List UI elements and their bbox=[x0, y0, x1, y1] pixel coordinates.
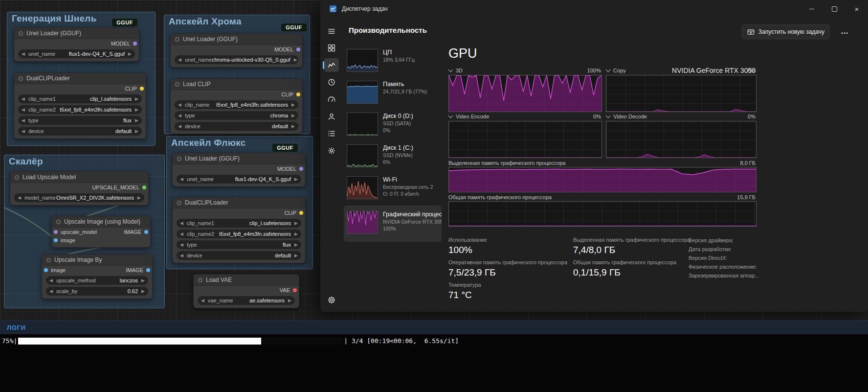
vae-output-slot[interactable] bbox=[293, 288, 297, 292]
right-arrow-icon[interactable]: ▶ bbox=[291, 103, 295, 107]
widget-unet-name[interactable]: ◀unet_nameflux1-dev-Q4_K_S.gguf▶ bbox=[177, 175, 301, 184]
clip-output-slot[interactable] bbox=[299, 211, 303, 215]
right-arrow-icon[interactable]: ▶ bbox=[141, 289, 145, 294]
right-arrow-icon[interactable]: ▶ bbox=[294, 243, 298, 247]
left-arrow-icon[interactable]: ◀ bbox=[22, 129, 25, 134]
minimize-button[interactable] bbox=[801, 0, 823, 18]
widget-unet-name[interactable]: ◀unet_nameflux1-dev-Q4_K_S.gguf▶ bbox=[18, 49, 135, 58]
node-dualclip-loader-flux[interactable]: DualCLIPLoader CLIP ◀clip_name1clip_l.sa… bbox=[172, 197, 306, 263]
left-arrow-icon[interactable]: ◀ bbox=[180, 232, 183, 236]
chart-header-video-encode[interactable]: Video Encode0% bbox=[448, 113, 601, 120]
run-new-task-button[interactable]: Запустить новую задачу bbox=[742, 24, 830, 39]
right-arrow-icon[interactable]: ▶ bbox=[128, 52, 132, 56]
left-arrow-icon[interactable]: ◀ bbox=[180, 254, 183, 258]
close-button[interactable]: × bbox=[846, 0, 868, 18]
widget-model-name[interactable]: ◀model_nameOmniSR_X2_DIV2K.safetensors▶ bbox=[14, 193, 144, 202]
node-load-vae[interactable]: Load VAE VAE ◀vae_nameae.safetensors▶ bbox=[193, 274, 299, 308]
perf-item-wifi[interactable]: Wi-FiБеспроводная сеть 2О: 0 П: 0 кбит/с bbox=[344, 174, 442, 199]
collapse-dot[interactable] bbox=[175, 37, 179, 42]
left-arrow-icon[interactable]: ◀ bbox=[201, 299, 204, 303]
node-header[interactable]: Unet Loader (GGUF) bbox=[14, 28, 139, 39]
chart-header-video-decode[interactable]: Video Decode0% bbox=[606, 113, 756, 120]
node-upscale-image-using-model[interactable]: Upscale Image (using Model) upscale_mode… bbox=[51, 216, 151, 248]
node-header[interactable]: Load CLIP bbox=[171, 79, 302, 90]
collapse-dot[interactable] bbox=[19, 76, 23, 81]
right-arrow-icon[interactable]: ▶ bbox=[294, 232, 298, 236]
widget-type[interactable]: ◀typeflux▶ bbox=[18, 116, 142, 125]
upscale-model-input-slot[interactable] bbox=[54, 230, 58, 234]
widget-upscale-method[interactable]: ◀upscale_methodlanczos▶ bbox=[46, 276, 148, 285]
right-arrow-icon[interactable]: ▶ bbox=[294, 221, 298, 226]
right-arrow-icon[interactable]: ▶ bbox=[135, 108, 138, 112]
chart-header-3d[interactable]: 3D100% bbox=[448, 67, 601, 74]
right-arrow-icon[interactable]: ▶ bbox=[135, 129, 138, 134]
right-arrow-icon[interactable]: ▶ bbox=[141, 278, 145, 283]
image-output-slot[interactable] bbox=[146, 268, 150, 272]
image-input-slot[interactable] bbox=[54, 238, 58, 242]
left-arrow-icon[interactable]: ◀ bbox=[22, 52, 25, 56]
widget-type[interactable]: ◀typeflux▶ bbox=[177, 240, 301, 249]
node-unet-loader-chroma[interactable]: Unet Loader (GGUF) MODEL ◀unet_namechrom… bbox=[170, 33, 303, 68]
left-arrow-icon[interactable]: ◀ bbox=[180, 221, 183, 226]
settings-button[interactable] bbox=[324, 293, 339, 307]
left-arrow-icon[interactable]: ◀ bbox=[18, 196, 21, 200]
perf-item-disk1[interactable]: Диск 1 (C:)SSD (NVMe)6% bbox=[344, 142, 442, 167]
node-header[interactable]: Load Upscale Model bbox=[10, 172, 148, 183]
clip-output-slot[interactable] bbox=[296, 92, 300, 96]
node-header[interactable]: Upscale Image By bbox=[42, 254, 152, 266]
node-load-clip[interactable]: Load CLIP CLIP ◀clip_namet5xxl_fp8_e4m3f… bbox=[170, 78, 303, 134]
collapse-dot[interactable] bbox=[46, 258, 51, 262]
collapse-dot[interactable] bbox=[15, 175, 19, 180]
navigation-menu-button[interactable] bbox=[324, 24, 339, 38]
right-arrow-icon[interactable]: ▶ bbox=[291, 124, 295, 129]
collapse-dot[interactable] bbox=[56, 220, 61, 224]
left-arrow-icon[interactable]: ◀ bbox=[180, 243, 183, 247]
widget-scale-by[interactable]: ◀scale_by0.62▶ bbox=[46, 287, 148, 296]
right-arrow-icon[interactable]: ▶ bbox=[137, 196, 141, 200]
perf-item-cpu[interactable]: ЦП18% 3,64 ГГц bbox=[344, 46, 442, 72]
chart-header-copy[interactable]: Copy0% bbox=[606, 67, 756, 74]
left-arrow-icon[interactable]: ◀ bbox=[49, 278, 53, 283]
right-arrow-icon[interactable]: ▶ bbox=[294, 177, 298, 182]
widget-device[interactable]: ◀devicedefault▶ bbox=[18, 127, 142, 136]
left-arrow-icon[interactable]: ◀ bbox=[22, 97, 25, 101]
node-dualclip-loader-schnell[interactable]: DualCLIPLoader CLIP ◀clip_name1clip_l.sa… bbox=[14, 72, 146, 139]
widget-clip-name1[interactable]: ◀clip_name1clip_l.safetensors▶ bbox=[18, 94, 142, 103]
widget-vae-name[interactable]: ◀vae_nameae.safetensors▶ bbox=[198, 296, 295, 305]
model-output-slot[interactable] bbox=[296, 47, 300, 51]
upscale-model-output-slot[interactable] bbox=[142, 185, 146, 189]
node-header[interactable]: Unet Loader (GGUF) bbox=[171, 34, 302, 45]
left-arrow-icon[interactable]: ◀ bbox=[22, 108, 25, 112]
nav-app-history[interactable] bbox=[324, 75, 339, 89]
widget-device[interactable]: ◀devicedefault▶ bbox=[175, 122, 298, 131]
right-arrow-icon[interactable]: ▶ bbox=[294, 58, 297, 62]
image-input-slot[interactable] bbox=[44, 268, 48, 272]
left-arrow-icon[interactable]: ◀ bbox=[178, 58, 181, 62]
right-arrow-icon[interactable]: ▶ bbox=[288, 299, 291, 303]
right-arrow-icon[interactable]: ▶ bbox=[294, 254, 298, 258]
nav-performance[interactable] bbox=[324, 58, 339, 72]
widget-unet-name[interactable]: ◀unet_namechroma-unlocked-v30-Q5_0.gguf▶ bbox=[175, 55, 298, 64]
collapse-dot[interactable] bbox=[198, 278, 202, 282]
node-header[interactable]: Upscale Image (using Model) bbox=[52, 216, 150, 228]
right-arrow-icon[interactable]: ▶ bbox=[135, 118, 138, 123]
node-unet-loader-schnell[interactable]: Unet Loader (GGUF) MODEL ◀unet_nameflux1… bbox=[14, 27, 139, 62]
left-arrow-icon[interactable]: ◀ bbox=[22, 118, 25, 123]
widget-clip-name1[interactable]: ◀clip_name1clip_l.safetensors▶ bbox=[177, 219, 301, 228]
perf-item-memory[interactable]: Память24,7/31,9 ГБ (77%) bbox=[344, 78, 442, 104]
model-output-slot[interactable] bbox=[133, 42, 137, 46]
widget-clip-name[interactable]: ◀clip_namet5xxl_fp8_e4m3fn.safetensors▶ bbox=[175, 100, 298, 109]
collapse-dot[interactable] bbox=[19, 31, 23, 36]
nav-users[interactable] bbox=[324, 110, 339, 123]
right-arrow-icon[interactable]: ▶ bbox=[291, 114, 295, 118]
model-output-slot[interactable] bbox=[299, 167, 303, 171]
more-options-button[interactable]: … bbox=[838, 24, 851, 38]
right-arrow-icon[interactable]: ▶ bbox=[135, 97, 138, 101]
widget-type[interactable]: ◀typechroma▶ bbox=[175, 111, 298, 120]
node-header[interactable]: Load VAE bbox=[194, 275, 299, 286]
maximize-button[interactable] bbox=[823, 0, 846, 18]
left-arrow-icon[interactable]: ◀ bbox=[178, 114, 181, 118]
left-arrow-icon[interactable]: ◀ bbox=[49, 289, 53, 294]
widget-clip-name2[interactable]: ◀clip_name2t5xxl_fp8_e4m3fn.safetensors▶ bbox=[177, 230, 301, 238]
left-arrow-icon[interactable]: ◀ bbox=[180, 177, 183, 182]
